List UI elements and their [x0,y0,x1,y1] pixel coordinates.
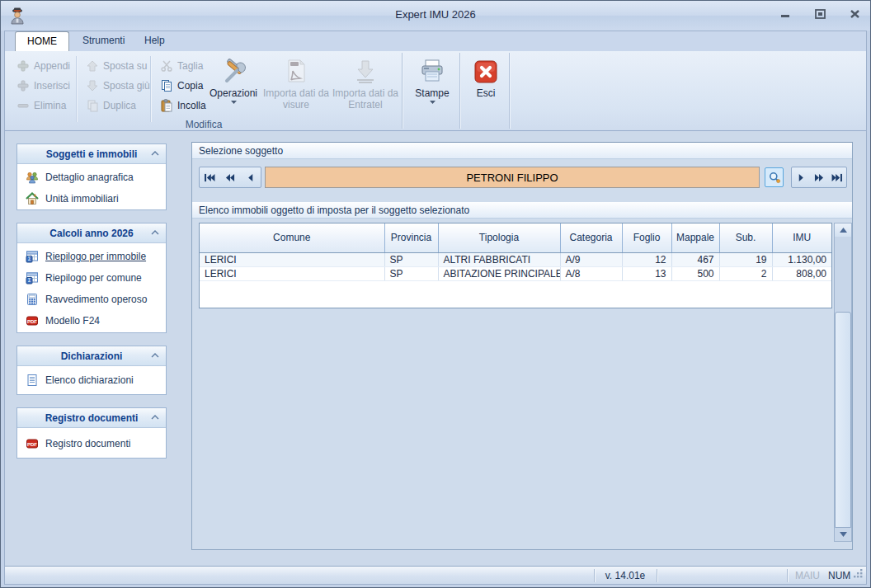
statusbar-separator [594,569,595,582]
sidebar-item-registro-documenti[interactable]: PDF Registro documenti [17,433,166,454]
sidebar-item-riepilogo-per-comune[interactable]: Σ Riepilogo per comune [17,267,166,289]
paste-icon [160,99,173,112]
table-row[interactable]: LERICI SP ALTRI FABBRICATI A/9 12 467 19… [200,252,831,266]
summary-sigma-icon: Σ [26,250,39,263]
delete-minus-icon [16,99,30,112]
column-header-comune[interactable]: Comune [200,223,384,252]
caps-lock-indicator: MAIU [795,570,820,581]
exit-icon [472,58,500,86]
panel-header[interactable]: Registro documenti [17,408,166,428]
scroll-up-arrow-icon [840,228,847,233]
collapse-chevron-icon [151,151,159,156]
column-header-provincia[interactable]: Provincia [384,223,438,252]
ribbon-group-label: Modifica [15,119,393,130]
panel-soggetti-e-immobili: Soggetti e immobili Det [16,143,167,210]
column-header-foglio[interactable]: Foglio [622,223,671,252]
people-icon [26,171,39,184]
elenco-immobili-caption: Elenco immobili oggetto di imposta per i… [192,202,852,219]
download-icon [351,58,379,86]
pdf-icon: PDF [26,437,39,450]
sidebar-item-unita-immobiliari[interactable]: Unità immobiliari [17,188,166,209]
append-plus-icon [16,59,30,73]
move-down-icon [86,79,99,92]
selected-subject-field[interactable]: PETRONI FILIPPO [265,167,760,188]
restore-button[interactable] [812,7,827,21]
sidebar-item-elenco-dichiarazioni[interactable]: Elenco dichiarazioni [17,369,166,391]
resize-grip[interactable] [853,568,864,581]
record-nav-left [199,167,261,188]
sposta-giu-button: Sposta giù [82,77,153,95]
panel-dichiarazioni: Dichiarazioni Elenco dichiarazioni [16,346,167,395]
calculator-icon [26,293,39,306]
grid-header-row: Comune Provincia Tipologia Categoria Fog… [200,223,831,252]
workspace: Soggetti e immobili Det [5,131,866,564]
taglia-button: Taglia [157,57,206,75]
fast-next-record-button[interactable] [810,168,828,186]
esci-button[interactable]: Esci [465,54,506,130]
incolla-button[interactable]: Incolla [157,96,210,115]
scroll-up-button[interactable] [835,223,851,237]
column-header-mappale[interactable]: Mappale [671,223,719,252]
minimize-button[interactable] [778,7,793,21]
table-row[interactable]: LERICI SP ABITAZIONE PRINCIPALE A/8 13 5… [200,266,831,280]
ribbon-separator [459,53,460,129]
svg-text:Σ: Σ [27,277,31,284]
summary-sigma-icon: Σ [26,271,39,285]
sidebar-item-modello-f24[interactable]: PDF Modello F24 [17,310,166,332]
first-record-button[interactable] [200,168,219,186]
statusbar-separator [787,569,788,582]
previous-record-button[interactable] [242,168,260,186]
printer-icon [418,58,446,86]
stampe-button[interactable]: Stampe [406,54,459,130]
panel-header[interactable]: Soggetti e immobili [17,144,166,164]
sidebar-item-dettaglio-anagrafica[interactable]: Dettaglio anagrafica [17,167,166,188]
move-up-icon [86,59,99,73]
num-lock-indicator: NUM [828,570,850,581]
ribbon-separator [76,56,77,122]
svg-text:PDF: PDF [27,319,37,324]
scrollbar-thumb[interactable] [835,312,851,528]
main-panel: Selezione soggetto PETRONI FILIPPO [191,142,853,550]
ribbon-tab-row: HOME Strumenti Help [5,31,866,51]
column-header-sub[interactable]: Sub. [719,223,772,252]
sposta-su-button: Sposta su [82,57,150,75]
dropdown-arrow-icon [430,101,436,104]
panel-header[interactable]: Calcoli anno 2026 [17,223,166,243]
house-icon [26,192,39,205]
statusbar-separator [657,569,657,582]
tab-help[interactable]: Help [133,31,177,51]
copia-button[interactable]: Copia [157,77,206,95]
collapse-chevron-icon [151,353,159,358]
duplicate-icon [86,99,99,112]
svg-text:PDF: PDF [27,442,37,447]
scissors-icon [160,59,173,73]
pdf-import-icon [282,58,310,86]
tab-strumenti[interactable]: Strumenti [71,31,136,51]
column-header-imu[interactable]: IMU [772,223,831,252]
ribbon-separator [402,53,403,129]
close-button[interactable] [847,7,862,21]
elimina-button: Elimina [13,96,69,115]
next-record-button[interactable] [792,168,810,186]
appendi-button: Appendi [13,57,73,75]
column-header-categoria[interactable]: Categoria [560,223,622,252]
tab-home[interactable]: HOME [15,31,69,51]
sidebar-item-ravvedimento-operoso[interactable]: Ravvedimento operoso [17,289,166,310]
panel-calcoli-anno-2026: Calcoli anno 2026 Σ Riepilogo per immob [16,223,167,333]
window-title: Expert IMU 2026 [1,8,870,21]
search-subject-button[interactable] [765,167,784,187]
ribbon: Appendi Inserisci Elimina Sposta su Spos… [5,51,866,131]
vertical-scrollbar[interactable] [834,223,852,542]
document-icon [26,374,39,387]
last-record-button[interactable] [828,168,846,186]
duplica-button: Duplica [82,96,139,115]
pdf-icon: PDF [26,314,39,327]
panel-header[interactable]: Dichiarazioni [17,346,166,366]
app-window: Expert IMU 2026 HOME Strumenti Help [0,0,871,588]
fast-previous-record-button[interactable] [221,168,239,186]
version-label: v. 14.01e [596,570,655,581]
scroll-down-button[interactable] [835,528,851,541]
immobili-grid: Comune Provincia Tipologia Categoria Fog… [199,223,832,308]
sidebar-item-riepilogo-per-immobile[interactable]: Σ Riepilogo per immobile [17,246,166,267]
column-header-tipologia[interactable]: Tipologia [438,223,560,252]
